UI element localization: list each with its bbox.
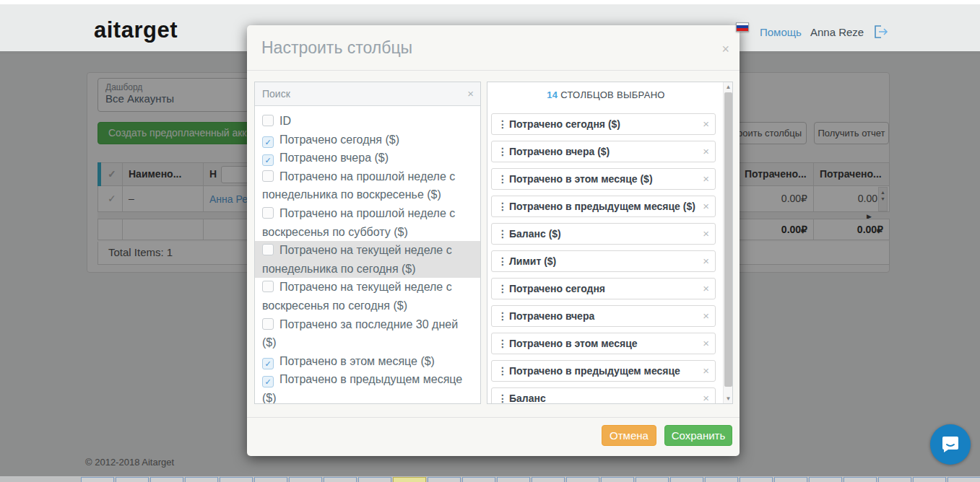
selected-column-label: Лимит ($)	[509, 255, 556, 267]
remove-column-icon[interactable]: ×	[703, 169, 709, 189]
cancel-button[interactable]: Отмена	[602, 425, 656, 446]
checkbox-icon[interactable]: ✓	[262, 358, 274, 369]
remove-column-icon[interactable]: ×	[703, 141, 709, 162]
remove-column-icon[interactable]: ×	[703, 279, 709, 299]
drag-handle-icon[interactable]: ⋮	[498, 279, 508, 299]
selected-suffix: СТОЛБЦОВ ВЫБРАНО	[558, 89, 664, 100]
selected-columns-list: ⋮Потрачено сегодня ($)×⋮Потрачено вчера …	[491, 113, 716, 404]
checkbox-icon[interactable]	[262, 281, 274, 292]
drag-handle-icon[interactable]: ⋮	[498, 333, 508, 354]
background-window-cell	[705, 477, 738, 482]
remove-column-icon[interactable]: ×	[703, 114, 709, 134]
available-column-label: Потрачено на текущей неделе с воскресень…	[262, 281, 452, 312]
selected-count: 14	[547, 89, 558, 100]
drag-handle-icon[interactable]: ⋮	[498, 224, 508, 244]
remove-column-icon[interactable]: ×	[703, 333, 709, 354]
selected-column-card[interactable]: ⋮Баланс ($)×	[491, 223, 716, 245]
available-column-option[interactable]: ✓Потрачено сегодня ($)	[262, 131, 473, 149]
drag-handle-icon[interactable]: ⋮	[498, 306, 508, 326]
selected-column-card[interactable]: ⋮Потрачено вчера ($)×	[491, 141, 716, 162]
drag-handle-icon[interactable]: ⋮	[498, 114, 508, 134]
remove-column-icon[interactable]: ×	[703, 224, 709, 244]
available-column-label: Потрачено в этом месяце ($)	[279, 355, 435, 367]
selected-column-card[interactable]: ⋮Потрачено в предыдущем месяце ($)×	[491, 196, 716, 217]
checkbox-icon[interactable]: ✓	[262, 154, 274, 166]
remove-column-icon[interactable]: ×	[703, 251, 709, 271]
selected-column-card[interactable]: ⋮Потрачено в этом месяце ($)×	[491, 168, 716, 190]
drag-handle-icon[interactable]: ⋮	[498, 169, 508, 189]
modal-title: Настроить столбцы	[261, 38, 412, 58]
selected-column-card[interactable]: ⋮Потрачено вчера×	[491, 305, 716, 327]
available-column-label: Потрачено на прошлой неделе с воскресень…	[262, 207, 455, 238]
selected-list-scrollbar[interactable]: ▲ ▼	[723, 82, 732, 403]
available-column-label: Потрачено в предыдущем месяце ($)	[262, 373, 462, 404]
available-column-option[interactable]: Потрачено на текущей неделе с понедельни…	[255, 241, 480, 278]
available-column-label: Потрачено сегодня ($)	[279, 133, 399, 146]
checkbox-icon[interactable]	[262, 115, 274, 126]
checkbox-icon[interactable]	[262, 170, 274, 182]
available-column-option[interactable]: Потрачено на текущей неделе с воскресень…	[262, 278, 473, 315]
checkbox-icon[interactable]	[262, 318, 274, 330]
clear-search-icon[interactable]: ×	[467, 88, 474, 99]
selected-column-label: Потрачено сегодня	[509, 283, 605, 294]
background-window-cell	[254, 477, 287, 482]
selected-columns-header: 14 СТОЛБЦОВ ВЫБРАНО	[487, 89, 724, 100]
checkbox-icon[interactable]: ✓	[262, 136, 274, 148]
drag-handle-icon[interactable]: ⋮	[498, 196, 508, 216]
background-window-cell	[532, 477, 565, 482]
drag-handle-icon[interactable]: ⋮	[498, 361, 508, 381]
background-window-cell	[601, 477, 634, 482]
background-window-cell	[497, 477, 530, 482]
available-column-option[interactable]: ✓Потрачено в этом месяце ($)	[262, 352, 473, 371]
background-window-cell	[185, 477, 218, 482]
background-window-cell	[150, 477, 183, 482]
save-button[interactable]: Сохранить	[664, 425, 732, 446]
checkbox-icon[interactable]	[262, 207, 274, 219]
available-column-option[interactable]: ID	[262, 112, 473, 131]
selected-column-card[interactable]: ⋮Потрачено в этом месяце×	[491, 333, 716, 354]
background-window-cell	[324, 477, 357, 482]
available-column-option[interactable]: Потрачено на прошлой неделе с воскресень…	[262, 204, 473, 241]
background-window-cell	[81, 477, 114, 482]
background-window-cell	[913, 477, 946, 482]
selected-column-card[interactable]: ⋮Потрачено в предыдущем месяце×	[491, 360, 716, 382]
selected-column-card[interactable]: ⋮Потрачено сегодня×	[491, 278, 716, 299]
remove-column-icon[interactable]: ×	[703, 388, 709, 404]
user-menu[interactable]: Anna Reze	[810, 26, 864, 38]
drag-handle-icon[interactable]: ⋮	[498, 141, 508, 162]
drag-handle-icon[interactable]: ⋮	[498, 251, 508, 271]
selected-column-label: Потрачено сегодня ($)	[509, 118, 620, 130]
selected-column-card[interactable]: ⋮Баланс×	[491, 387, 716, 404]
scroll-up-icon[interactable]: ▲	[724, 84, 733, 90]
checkbox-icon[interactable]: ✓	[262, 376, 274, 387]
available-column-option[interactable]: ✓Потрачено вчера ($)	[262, 149, 473, 167]
background-window-cell	[220, 477, 253, 482]
chat-widget-button[interactable]	[930, 424, 971, 465]
available-column-option[interactable]: Потрачено за последние 30 дней ($)	[262, 315, 473, 352]
selected-column-card[interactable]: ⋮Потрачено сегодня ($)×	[491, 113, 716, 135]
scroll-down-icon[interactable]: ▼	[724, 395, 733, 402]
background-window-strip	[0, 476, 980, 482]
modal-footer-divider	[247, 417, 740, 418]
help-link[interactable]: Помощь	[760, 26, 802, 38]
logout-icon[interactable]	[872, 24, 890, 40]
selected-column-label: Потрачено вчера ($)	[509, 146, 610, 157]
available-column-option[interactable]: Потрачено на прошлой неделе с понедельни…	[262, 167, 473, 204]
available-column-option[interactable]: ✓Потрачено в предыдущем месяце ($)	[262, 370, 473, 404]
available-column-label: Потрачено вчера ($)	[279, 152, 389, 164]
scrollbar-thumb[interactable]	[724, 92, 732, 387]
remove-column-icon[interactable]: ×	[703, 196, 709, 216]
drag-handle-icon[interactable]: ⋮	[498, 388, 508, 404]
background-window-cell	[878, 477, 911, 482]
selected-column-label: Потрачено в предыдущем месяце ($)	[509, 201, 695, 212]
close-icon[interactable]: ×	[721, 43, 729, 56]
checkbox-icon[interactable]	[262, 244, 274, 255]
remove-column-icon[interactable]: ×	[703, 306, 709, 326]
selected-columns-panel: 14 СТОЛБЦОВ ВЫБРАНО ⋮Потрачено сегодня (…	[487, 82, 733, 404]
selected-column-card[interactable]: ⋮Лимит ($)×	[491, 250, 716, 272]
search-input[interactable]	[255, 82, 480, 105]
language-flag-icon[interactable]	[736, 22, 749, 32]
search-bar: ×	[255, 82, 480, 106]
chat-bubble-icon	[941, 435, 960, 454]
remove-column-icon[interactable]: ×	[703, 361, 709, 381]
